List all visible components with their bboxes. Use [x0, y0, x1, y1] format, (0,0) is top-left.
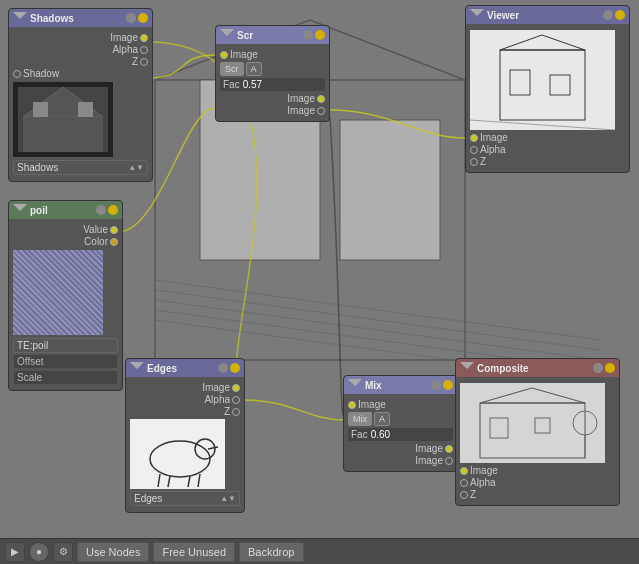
toolbar-icon3[interactable]: ⚙: [53, 542, 73, 562]
composite-image-row: Image: [460, 465, 615, 476]
poil-collapse-icon[interactable]: [13, 204, 27, 216]
scr-image-out2-socket: [317, 107, 325, 115]
viewer-node-title: Viewer: [487, 10, 603, 21]
edges-node-body: Image Alpha Z: [126, 377, 244, 512]
poil-value-socket: [110, 226, 118, 234]
composite-node-close-gray[interactable]: [593, 363, 603, 373]
svg-rect-21: [130, 419, 225, 489]
use-nodes-button[interactable]: Use Nodes: [77, 542, 149, 562]
shadows-node-body: Image Alpha Z Shadow: [9, 27, 152, 181]
poil-offset-row[interactable]: Offset: [13, 354, 118, 369]
shadows-alpha-socket: [140, 46, 148, 54]
composite-node-close-yellow[interactable]: [605, 363, 615, 373]
shadows-thumbnail: [13, 82, 113, 157]
poil-color-label: Color: [84, 236, 108, 247]
scr-node-close-gray[interactable]: [303, 30, 313, 40]
poil-node-close-gray[interactable]: [96, 205, 106, 215]
scr-image-out1-label: Image: [287, 93, 315, 104]
composite-thumbnail: [460, 383, 605, 463]
shadows-image-socket-row: Image: [13, 32, 148, 43]
shadows-image-label: Image: [110, 32, 138, 43]
scr-btn1[interactable]: Scr: [220, 62, 244, 76]
toolbar-icon2[interactable]: ●: [29, 542, 49, 562]
composite-alpha-socket: [460, 479, 468, 487]
viewer-node-close-gray[interactable]: [603, 10, 613, 20]
backdrop-button[interactable]: Backdrop: [239, 542, 303, 562]
viewer-thumbnail: [470, 30, 615, 130]
viewer-node-header[interactable]: Viewer: [466, 6, 629, 24]
mix-collapse-icon[interactable]: [348, 379, 362, 391]
edges-alpha-socket: [232, 396, 240, 404]
edges-dropdown-label: Edges: [134, 493, 220, 504]
shadows-dropdown[interactable]: Shadows ▲▼: [13, 160, 148, 175]
edges-node-header[interactable]: Edges: [126, 359, 244, 377]
scr-node-body: Image Scr A Fac 0.57 Image Image: [216, 44, 329, 121]
mix-btn1[interactable]: Mix: [348, 412, 372, 426]
edges-dropdown[interactable]: Edges ▲▼: [130, 491, 240, 506]
composite-node-header[interactable]: Composite: [456, 359, 619, 377]
composite-alpha-row: Alpha: [460, 477, 615, 488]
edges-z-row: Z: [130, 406, 240, 417]
mix-image-out1-label: Image: [415, 443, 443, 454]
mix-fac-row[interactable]: Fac 0.60: [348, 428, 453, 441]
composite-collapse-icon[interactable]: [460, 362, 474, 374]
edges-collapse-icon[interactable]: [130, 362, 144, 374]
scr-fac-label: Fac: [223, 79, 240, 90]
shadows-node-header[interactable]: Shadows: [9, 9, 152, 27]
svg-line-7: [155, 300, 600, 360]
composite-z-label: Z: [470, 489, 476, 500]
mix-image-in-label: Image: [358, 399, 386, 410]
poil-value-row: Value: [13, 224, 118, 235]
poil-node: poil Value Color TE:poil Offset Scale: [8, 200, 123, 391]
scr-buttons: Scr A: [220, 62, 325, 76]
mix-image-in-socket: [348, 401, 356, 409]
scr-fac-row[interactable]: Fac 0.57: [220, 78, 325, 91]
mix-node-close-gray[interactable]: [431, 380, 441, 390]
shadows-z-socket: [140, 58, 148, 66]
scr-btn2[interactable]: A: [246, 62, 262, 76]
svg-rect-2: [340, 120, 440, 260]
mix-image-out2-row: Image: [348, 455, 453, 466]
poil-node-body: Value Color TE:poil Offset Scale: [9, 219, 122, 390]
mix-node-close-yellow[interactable]: [443, 380, 453, 390]
scr-image-in-label: Image: [230, 49, 258, 60]
shadows-node: Shadows Image Alpha Z Shadow: [8, 8, 153, 182]
shadows-node-close-gray[interactable]: [126, 13, 136, 23]
poil-te-row[interactable]: TE:poil: [13, 338, 118, 353]
poil-node-header[interactable]: poil: [9, 201, 122, 219]
poil-color-row: Color: [13, 236, 118, 247]
shadows-z-label: Z: [132, 56, 138, 67]
scr-image-out2-label: Image: [287, 105, 315, 116]
free-unused-button[interactable]: Free Unused: [153, 542, 235, 562]
viewer-collapse-icon[interactable]: [470, 9, 484, 21]
toolbar-icon1[interactable]: ▶: [5, 542, 25, 562]
edges-dropdown-arrows: ▲▼: [220, 494, 236, 503]
scr-collapse-icon[interactable]: [220, 29, 234, 41]
viewer-alpha-row: Alpha: [470, 144, 625, 155]
edges-node-title: Edges: [147, 363, 218, 374]
scr-node-header[interactable]: Scr: [216, 26, 329, 44]
viewer-z-socket: [470, 158, 478, 166]
composite-node-body: Image Alpha Z: [456, 377, 619, 505]
scr-node-close-yellow[interactable]: [315, 30, 325, 40]
edges-node-close-gray[interactable]: [218, 363, 228, 373]
svg-rect-14: [78, 102, 93, 117]
poil-node-title: poil: [30, 205, 96, 216]
poil-node-close-yellow[interactable]: [108, 205, 118, 215]
scr-image-out1-row: Image: [220, 93, 325, 104]
poil-color-socket: [110, 238, 118, 246]
scr-image-out2-row: Image: [220, 105, 325, 116]
edges-image-row: Image: [130, 382, 240, 393]
poil-scale-label: Scale: [17, 372, 52, 383]
edges-node-close-yellow[interactable]: [230, 363, 240, 373]
viewer-node-close-yellow[interactable]: [615, 10, 625, 20]
shadows-node-close-yellow[interactable]: [138, 13, 148, 23]
mix-node-header[interactable]: Mix: [344, 376, 457, 394]
poil-texture-thumbnail: [13, 250, 103, 335]
shadows-collapse-icon[interactable]: [13, 12, 27, 24]
shadows-node-title: Shadows: [30, 13, 126, 24]
bottom-toolbar: ▶ ● ⚙ Use Nodes Free Unused Backdrop: [0, 538, 639, 564]
edges-z-label: Z: [224, 406, 230, 417]
poil-scale-row[interactable]: Scale: [13, 370, 118, 385]
mix-btn2[interactable]: A: [374, 412, 390, 426]
